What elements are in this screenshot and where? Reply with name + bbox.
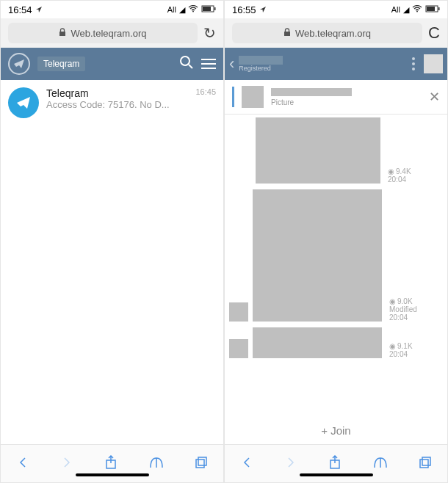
- reload-icon[interactable]: ↻: [203, 24, 216, 42]
- svg-rect-8: [198, 457, 206, 465]
- url-field[interactable]: Web.teleqram.orq: [8, 23, 198, 43]
- search-placeholder[interactable]: Teleqram: [37, 57, 85, 71]
- status-time: 16:55: [232, 4, 256, 15]
- close-icon[interactable]: ✕: [429, 89, 440, 105]
- tabs-icon[interactable]: [195, 456, 208, 472]
- home-indicator[interactable]: [76, 473, 149, 476]
- back-icon[interactable]: ‹: [229, 54, 234, 73]
- reload-icon[interactable]: C: [428, 23, 440, 43]
- menu-icon[interactable]: [201, 59, 216, 69]
- browser-bar: Web.teleqram.orq ↻: [1, 18, 223, 48]
- svg-rect-14: [284, 32, 290, 36]
- bookmarks-icon[interactable]: [373, 456, 388, 472]
- chat-avatar-telegram: [8, 87, 39, 118]
- status-time: 16:54: [8, 4, 32, 15]
- share-icon[interactable]: [328, 455, 342, 473]
- svg-rect-16: [422, 457, 430, 465]
- location-icon: [259, 4, 267, 15]
- svg-rect-13: [438, 7, 440, 10]
- battery-icon: [201, 5, 216, 14]
- battery-icon: [425, 5, 440, 14]
- phone-right: 16:55 All ◢ Web.teleqram.orq C ‹: [224, 0, 448, 483]
- share-icon[interactable]: [104, 455, 118, 473]
- pinned-subtitle: Picture: [271, 98, 422, 106]
- pinned-message[interactable]: Picture ✕: [225, 80, 447, 115]
- chat-preview: Access Code: 75176. No D...: [46, 99, 216, 110]
- network-label: All: [391, 5, 400, 14]
- view-count: 9.1K: [397, 342, 413, 350]
- eye-icon: ◉: [388, 167, 394, 175]
- svg-point-0: [192, 11, 194, 12]
- forward-icon[interactable]: [60, 456, 73, 472]
- bookmarks-icon[interactable]: [149, 456, 164, 472]
- svg-rect-2: [203, 7, 211, 11]
- modified-label: Modified: [389, 305, 417, 313]
- telegram-header: Teleqram: [1, 48, 223, 80]
- eye-icon: ◉: [389, 297, 396, 305]
- svg-rect-12: [427, 7, 435, 11]
- message-row[interactable]: ◉9.1K 20:04: [229, 327, 443, 358]
- svg-line-6: [189, 65, 192, 68]
- chat-time: 16:45: [195, 87, 216, 99]
- url-text: Web.teleqram.orq: [71, 28, 146, 39]
- message-image: [256, 117, 380, 184]
- svg-rect-9: [196, 460, 204, 468]
- chat-subtitle: Registered: [239, 65, 408, 72]
- svg-point-10: [416, 11, 418, 12]
- message-time: 20:04: [389, 313, 408, 322]
- join-button[interactable]: + Join: [225, 417, 447, 444]
- phone-left: 16:54 All ◢ Web.teleqram.orq ↻: [0, 0, 224, 483]
- more-icon[interactable]: [412, 57, 415, 70]
- pinned-thumbnail: [242, 86, 264, 108]
- browser-bottom-bar: [225, 444, 447, 482]
- chat-title-redacted: [239, 56, 283, 65]
- sender-avatar: [229, 302, 248, 322]
- pinned-indicator: [232, 87, 234, 107]
- eye-icon: ◉: [389, 342, 396, 350]
- status-bar: 16:54 All ◢: [1, 1, 223, 18]
- chat-list: Teleqram 16:45 Access Code: 75176. No D.…: [1, 80, 223, 444]
- message-list[interactable]: ◉9.4K 20:04 ◉9.0K Modified 20:04 ◉9.1K 2…: [225, 115, 447, 417]
- svg-rect-4: [59, 32, 65, 36]
- home-indicator[interactable]: [300, 473, 373, 476]
- location-icon: [35, 4, 43, 15]
- message-row[interactable]: ◉9.0K Modified 20:04: [229, 189, 443, 322]
- tabs-icon[interactable]: [419, 456, 432, 472]
- telegram-chat-header: ‹ Registered: [225, 48, 447, 80]
- browser-bar: Web.teleqram.orq C: [225, 18, 447, 48]
- url-text: Web.teleqram.orq: [295, 28, 371, 39]
- chat-name: Teleqram: [46, 87, 89, 99]
- back-icon[interactable]: [16, 456, 29, 472]
- pinned-title-redacted: [271, 88, 352, 96]
- lock-icon: [283, 28, 291, 39]
- search-icon[interactable]: [179, 55, 194, 73]
- view-count: 9.0K: [397, 297, 413, 305]
- svg-point-5: [181, 57, 189, 65]
- chat-row[interactable]: Teleqram 16:45 Access Code: 75176. No D.…: [1, 80, 223, 126]
- browser-bottom-bar: [1, 444, 223, 482]
- network-label: All: [167, 5, 176, 14]
- signal-icon: ◢: [179, 5, 185, 15]
- message-time: 20:04: [389, 350, 408, 358]
- chat-avatar[interactable]: [424, 54, 443, 73]
- message-row[interactable]: ◉9.4K 20:04: [256, 117, 443, 184]
- message-image: [253, 189, 382, 322]
- wifi-icon: [412, 5, 422, 14]
- telegram-logo[interactable]: [8, 53, 30, 75]
- forward-icon[interactable]: [284, 456, 297, 472]
- message-time: 20:04: [388, 175, 406, 184]
- back-icon[interactable]: [240, 456, 253, 472]
- message-image: [253, 327, 382, 358]
- view-count: 9.4K: [396, 167, 411, 175]
- url-field[interactable]: Web.teleqram.orq: [232, 23, 422, 43]
- sender-avatar: [229, 339, 248, 358]
- wifi-icon: [188, 5, 198, 14]
- signal-icon: ◢: [403, 5, 409, 15]
- lock-icon: [59, 28, 66, 39]
- svg-rect-3: [214, 7, 216, 10]
- svg-rect-17: [420, 460, 428, 468]
- status-bar: 16:55 All ◢: [225, 1, 447, 18]
